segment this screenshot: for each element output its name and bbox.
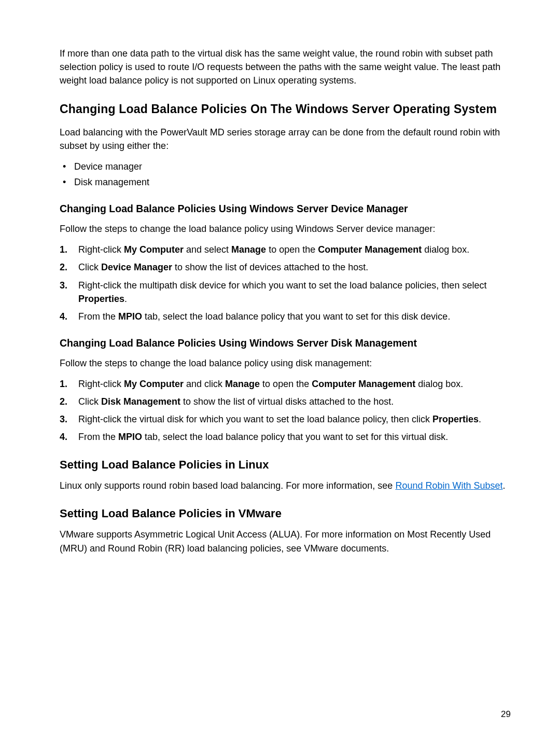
intro-paragraph: If more than one data path to the virtua…: [60, 47, 511, 87]
disk-management-lead: Follow the steps to change the load bala…: [60, 356, 511, 370]
linux-paragraph: Linux only supports round robin based lo…: [60, 479, 511, 492]
list-item: Right-click the virtual disk for which y…: [60, 412, 511, 426]
heading-vmware: Setting Load Balance Policies in VMware: [60, 505, 511, 522]
heading-device-manager: Changing Load Balance Policies Using Win…: [60, 201, 511, 216]
document-page: If more than one data path to the virtua…: [0, 0, 560, 744]
list-item: Right-click My Computer and click Manage…: [60, 377, 511, 391]
list-item: From the MPIO tab, select the load balan…: [60, 430, 511, 444]
heading-windows: Changing Load Balance Policies On The Wi…: [60, 101, 511, 118]
vmware-paragraph: VMware supports Asymmetric Logical Unit …: [60, 528, 511, 555]
list-item: Device manager: [60, 160, 511, 173]
device-manager-lead: Follow the steps to change the load bala…: [60, 222, 511, 236]
list-item: Disk management: [60, 175, 511, 189]
list-item: Right-click My Computer and select Manag…: [60, 243, 511, 256]
heading-linux: Setting Load Balance Policies in Linux: [60, 457, 511, 473]
device-manager-steps: Right-click My Computer and select Manag…: [60, 243, 511, 323]
list-item: Click Disk Management to show the list o…: [60, 395, 511, 408]
disk-management-steps: Right-click My Computer and click Manage…: [60, 377, 511, 444]
list-item: From the MPIO tab, select the load balan…: [60, 310, 511, 323]
page-number: 29: [501, 708, 511, 721]
round-robin-link[interactable]: Round Robin With Subset: [395, 480, 502, 491]
heading-disk-management: Changing Load Balance Policies Using Win…: [60, 336, 511, 350]
windows-lead: Load balancing with the PowerVault MD se…: [60, 126, 511, 153]
windows-bullet-list: Device manager Disk management: [60, 160, 511, 189]
list-item: Right-click the multipath disk device fo…: [60, 279, 511, 306]
list-item: Click Device Manager to show the list of…: [60, 260, 511, 274]
